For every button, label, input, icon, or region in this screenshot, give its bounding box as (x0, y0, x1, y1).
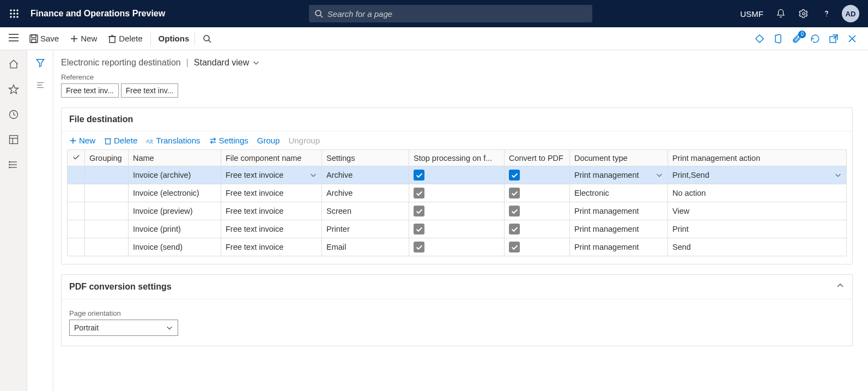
grid-new-button[interactable]: New (69, 136, 95, 145)
cell-doc-type[interactable]: Print management (570, 202, 668, 220)
cell-settings[interactable]: Archive (322, 166, 409, 184)
collapse-icon[interactable] (836, 281, 845, 292)
table-row[interactable]: Invoice (electronic)Free text invoiceArc… (68, 184, 847, 202)
cell-convert[interactable] (505, 220, 570, 238)
related-info-icon[interactable] (35, 80, 45, 92)
cell-name[interactable]: Invoice (preview) (129, 202, 221, 220)
diamond-icon[interactable] (754, 33, 766, 45)
col-stop[interactable]: Stop processing on f... (409, 150, 505, 166)
checkbox-icon[interactable] (414, 224, 424, 234)
cell-grouping[interactable] (85, 202, 129, 220)
col-grouping[interactable]: Grouping (85, 150, 129, 166)
checkbox-icon[interactable] (414, 206, 424, 216)
notifications-icon[interactable] (773, 6, 788, 21)
row-selector[interactable] (68, 184, 85, 202)
row-selector[interactable] (68, 220, 85, 238)
reference-chip[interactable]: Free text inv... (121, 83, 179, 98)
cell-stop[interactable] (409, 238, 505, 256)
cell-doc-type[interactable]: Print management (570, 166, 668, 184)
col-pm-action[interactable]: Print management action (668, 150, 847, 166)
row-selector[interactable] (68, 202, 85, 220)
cell-file-component[interactable]: Free text invoice (221, 184, 322, 202)
cell-doc-type[interactable]: Print management (570, 220, 668, 238)
col-doc-type[interactable]: Document type (570, 150, 668, 166)
cell-grouping[interactable] (85, 166, 129, 184)
app-launcher-icon[interactable] (4, 4, 24, 23)
company-picker[interactable]: USMF (740, 9, 764, 19)
grid-group-button[interactable]: Group (257, 136, 280, 145)
popout-icon[interactable] (828, 33, 840, 45)
select-all-header[interactable] (68, 150, 85, 166)
cell-stop[interactable] (409, 184, 505, 202)
workspaces-icon[interactable] (6, 132, 21, 147)
global-search[interactable] (309, 5, 592, 22)
checkbox-icon[interactable] (509, 170, 520, 181)
cell-settings[interactable]: Printer (322, 220, 409, 238)
cell-pm-action[interactable]: Print (668, 220, 847, 238)
save-button[interactable]: Save (24, 32, 64, 45)
cell-pm-action[interactable]: Send (668, 238, 847, 256)
office-icon[interactable] (772, 33, 784, 45)
search-input[interactable] (327, 9, 587, 19)
cell-settings[interactable]: Email (322, 238, 409, 256)
cell-name[interactable]: Invoice (archive) (129, 166, 221, 184)
cell-settings[interactable]: Archive (322, 184, 409, 202)
checkbox-icon[interactable] (414, 242, 424, 252)
cell-grouping[interactable] (85, 184, 129, 202)
table-row[interactable]: Invoice (print)Free text invoicePrinterP… (68, 220, 847, 238)
favorites-icon[interactable] (6, 82, 21, 97)
checkbox-icon[interactable] (509, 206, 520, 216)
cell-doc-type[interactable]: Print management (570, 238, 668, 256)
cell-convert[interactable] (505, 238, 570, 256)
cell-convert[interactable] (505, 184, 570, 202)
row-selector[interactable] (68, 238, 85, 256)
cell-name[interactable]: Invoice (electronic) (129, 184, 221, 202)
table-row[interactable]: Invoice (send)Free text invoiceEmailPrin… (68, 238, 847, 256)
cell-stop[interactable] (409, 166, 505, 184)
new-button[interactable]: New (64, 32, 102, 45)
page-orientation-select[interactable]: Portrait (69, 320, 178, 336)
cell-name[interactable]: Invoice (print) (129, 220, 221, 238)
cell-file-component[interactable]: Free text invoice (221, 220, 322, 238)
help-icon[interactable] (819, 6, 834, 21)
view-selector[interactable]: Standard view (194, 58, 260, 68)
recent-icon[interactable] (6, 107, 21, 122)
cell-grouping[interactable] (85, 238, 129, 256)
col-settings[interactable]: Settings (322, 150, 409, 166)
delete-button[interactable]: Delete (102, 32, 148, 45)
cell-file-component[interactable]: Free text invoice (221, 202, 322, 220)
settings-icon[interactable] (796, 6, 811, 21)
col-file-component[interactable]: File component name (221, 150, 322, 166)
checkbox-icon[interactable] (509, 224, 520, 234)
filter-icon[interactable] (35, 58, 45, 69)
cell-stop[interactable] (409, 220, 505, 238)
checkbox-icon[interactable] (414, 188, 424, 198)
checkbox-icon[interactable] (509, 242, 520, 252)
modules-icon[interactable] (6, 157, 21, 172)
cell-pm-action[interactable]: View (668, 202, 847, 220)
row-selector[interactable] (68, 166, 85, 184)
cell-settings[interactable]: Screen (322, 202, 409, 220)
cell-file-component[interactable]: Free text invoice (221, 166, 322, 184)
col-name[interactable]: Name (129, 150, 221, 166)
cell-file-component[interactable]: Free text invoice (221, 238, 322, 256)
user-avatar[interactable]: AD (842, 5, 859, 22)
table-row[interactable]: Invoice (archive)Free text invoiceArchiv… (68, 166, 847, 184)
grid-translations-button[interactable]: A文 Translations (146, 136, 200, 145)
nav-toggle-icon[interactable] (3, 34, 24, 43)
cell-grouping[interactable] (85, 220, 129, 238)
reference-chip[interactable]: Free text inv... (61, 83, 119, 98)
attachments-icon[interactable]: 0 (791, 33, 803, 45)
close-icon[interactable] (846, 33, 858, 45)
checkbox-icon[interactable] (414, 170, 424, 181)
cell-convert[interactable] (505, 202, 570, 220)
checkbox-icon[interactable] (509, 188, 520, 198)
home-icon[interactable] (6, 57, 21, 72)
grid-delete-button[interactable]: Delete (104, 136, 137, 145)
cell-convert[interactable] (505, 166, 570, 184)
cell-name[interactable]: Invoice (send) (129, 238, 221, 256)
col-convert[interactable]: Convert to PDF (505, 150, 570, 166)
refresh-icon[interactable] (809, 33, 821, 45)
options-button[interactable]: Options (150, 32, 195, 45)
table-row[interactable]: Invoice (preview)Free text invoiceScreen… (68, 202, 847, 220)
